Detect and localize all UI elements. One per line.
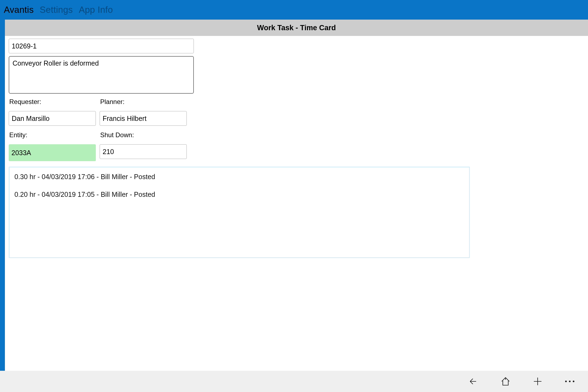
time-entry[interactable]: 0.30 hr - 04/03/2019 17:06 - Bill Miller… — [14, 173, 464, 181]
app-frame: Work Task - Time Card 10269-1 Conveyor R… — [0, 20, 588, 376]
home-icon — [500, 376, 511, 387]
shutdown-value: 210 — [103, 148, 114, 156]
time-entry[interactable]: 0.20 hr - 04/03/2019 17:05 - Bill Miller… — [14, 191, 464, 198]
menu-item-appinfo[interactable]: App Info — [79, 5, 113, 15]
more-button[interactable] — [563, 375, 577, 388]
task-description-field[interactable]: Conveyor Roller is deformed — [9, 56, 194, 94]
entity-field[interactable]: 2033A — [9, 144, 96, 161]
home-button[interactable] — [499, 375, 512, 388]
menu-item-settings[interactable]: Settings — [40, 5, 73, 15]
more-icon — [565, 381, 574, 382]
shutdown-label: Shut Down: — [100, 131, 187, 139]
requester-label: Requester: — [9, 98, 96, 106]
shutdown-field[interactable]: 210 — [100, 144, 187, 159]
content-area: 10269-1 Conveyor Roller is deformed Requ… — [5, 36, 588, 376]
requester-value: Dan Marsillo — [12, 115, 50, 122]
task-description-value: Conveyor Roller is deformed — [13, 59, 99, 67]
bottom-app-bar — [0, 371, 588, 392]
planner-value: Francis Hilbert — [103, 115, 146, 122]
arrow-left-icon — [468, 376, 479, 387]
page-title-bar: Work Task - Time Card — [5, 20, 588, 36]
menu-item-avantis[interactable]: Avantis — [4, 5, 34, 15]
task-id-field[interactable]: 10269-1 — [9, 39, 194, 53]
add-button[interactable] — [531, 375, 544, 388]
back-button[interactable] — [467, 375, 480, 388]
menu-bar: Avantis Settings App Info — [0, 0, 588, 20]
page-title: Work Task - Time Card — [257, 24, 336, 32]
planner-label: Planner: — [100, 98, 187, 106]
entity-value: 2033A — [11, 149, 31, 157]
task-id-value: 10269-1 — [12, 42, 37, 50]
requester-field[interactable]: Dan Marsillo — [9, 111, 96, 126]
planner-field[interactable]: Francis Hilbert — [100, 111, 187, 126]
time-entries-list[interactable]: 0.30 hr - 04/03/2019 17:06 - Bill Miller… — [9, 167, 470, 258]
plus-icon — [532, 376, 543, 387]
entity-label: Entity: — [9, 131, 96, 139]
